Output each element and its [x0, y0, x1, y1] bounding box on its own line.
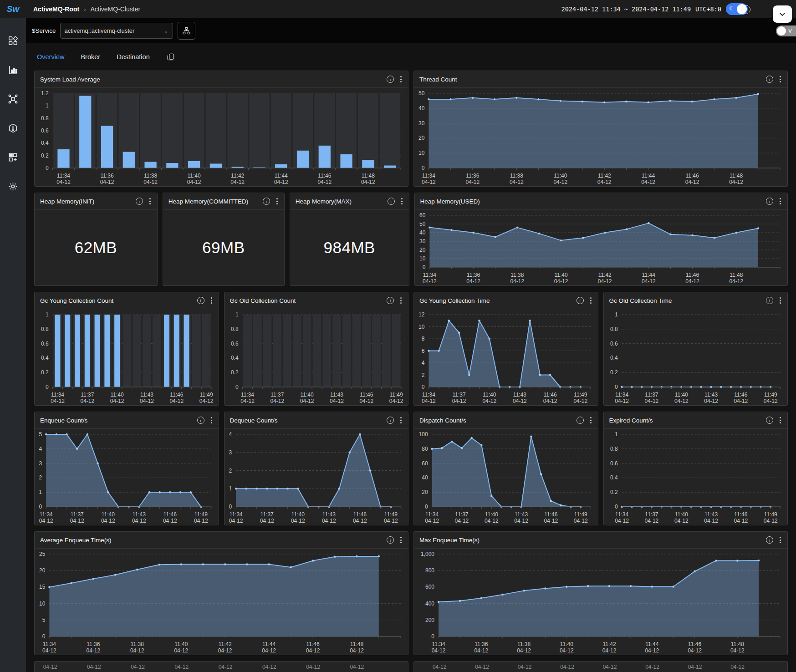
- gc-young-time-chart[interactable]: 02468101211:3404-1211:3704-1211:4004-121…: [414, 309, 598, 405]
- card-max-enqueue-time: Max Enqueue Time(s) i 02004006008001,000…: [413, 531, 788, 655]
- kebab-menu-icon[interactable]: [779, 536, 782, 544]
- avg-enqueue-time-chart[interactable]: 051015202511:3404-1211:3604-1211:3804-12…: [35, 549, 408, 655]
- gc-young-count-chart[interactable]: 00.20.40.60.8111:3404-1211:3704-1211:400…: [35, 309, 219, 405]
- copy-dashboard-icon[interactable]: [166, 52, 175, 61]
- svg-text:0: 0: [422, 264, 425, 270]
- bar-chart-icon[interactable]: [8, 65, 18, 77]
- svg-text:11:38: 11:38: [510, 272, 524, 278]
- topology-icon[interactable]: [8, 94, 18, 106]
- info-icon[interactable]: i: [766, 297, 773, 304]
- collapse-header-button[interactable]: [773, 5, 792, 23]
- card-title: Dequeue Count/s: [230, 417, 278, 424]
- hierarchy-button[interactable]: [178, 22, 195, 40]
- dispatch-chart[interactable]: 02040608010011:3404-1211:3704-1211:4004-…: [414, 429, 598, 525]
- kebab-menu-icon[interactable]: [210, 296, 213, 305]
- info-icon[interactable]: i: [766, 76, 773, 83]
- kebab-menu-icon[interactable]: [210, 416, 213, 424]
- kebab-menu-icon[interactable]: [399, 296, 403, 305]
- tab-broker[interactable]: Broker: [81, 53, 100, 61]
- card-dequeue: Dequeue Count/s i 0123411:3404-1211:3704…: [224, 412, 409, 525]
- breadcrumb-root[interactable]: ActiveMQ-Root: [33, 5, 79, 13]
- svg-text:0.2: 0.2: [41, 369, 49, 376]
- kebab-menu-icon[interactable]: [589, 416, 592, 424]
- svg-text:0.6: 0.6: [610, 460, 617, 467]
- chevron-down-icon: ⌄: [163, 28, 168, 34]
- info-icon[interactable]: i: [388, 198, 395, 205]
- settings-gear-icon[interactable]: [8, 181, 18, 193]
- kebab-menu-icon[interactable]: [779, 416, 782, 424]
- info-icon[interactable]: i: [766, 198, 773, 205]
- kebab-menu-icon[interactable]: [399, 416, 403, 424]
- time-range-picker[interactable]: 2024-04-12 11:34 ~ 2024-04-12 11:49: [561, 5, 691, 13]
- svg-text:1: 1: [46, 102, 49, 109]
- info-icon[interactable]: i: [766, 417, 773, 424]
- moon-icon: ☾: [729, 5, 735, 12]
- svg-text:200: 200: [425, 617, 434, 623]
- svg-text:04-12: 04-12: [174, 664, 189, 670]
- kebab-menu-icon[interactable]: [148, 197, 152, 205]
- kebab-menu-icon[interactable]: [399, 75, 403, 83]
- svg-text:0.8: 0.8: [41, 326, 49, 332]
- svg-text:11:42: 11:42: [598, 173, 611, 179]
- svg-text:11:36: 11:36: [466, 173, 479, 179]
- svg-text:04-12: 04-12: [270, 398, 284, 404]
- kebab-menu-icon[interactable]: [779, 296, 782, 305]
- svg-text:40: 40: [418, 105, 425, 112]
- view-toggle[interactable]: V: [776, 25, 796, 36]
- svg-text:4: 4: [422, 360, 425, 366]
- service-select[interactable]: activemq::activemq-cluster ⌄: [60, 23, 173, 39]
- expired-chart[interactable]: 00.20.40.60.8111:3404-1211:3704-1211:400…: [604, 429, 788, 525]
- svg-text:11:49: 11:49: [764, 511, 777, 518]
- info-icon[interactable]: i: [197, 297, 204, 304]
- tab-overview[interactable]: Overview: [37, 53, 64, 61]
- clipped-axis-labels: 04-1204-1204-1204-1204-1204-1204-1204-12: [35, 662, 408, 672]
- info-icon[interactable]: i: [766, 536, 773, 544]
- kebab-menu-icon[interactable]: [589, 296, 592, 305]
- info-icon[interactable]: i: [577, 417, 584, 424]
- svg-text:0: 0: [46, 384, 49, 390]
- info-icon[interactable]: i: [577, 297, 584, 304]
- svg-text:0: 0: [235, 384, 238, 390]
- svg-text:11:38: 11:38: [131, 641, 144, 647]
- system-load-chart[interactable]: 00.20.40.60.811.211:3404-1211:3604-1211:…: [35, 88, 408, 186]
- enqueue-chart[interactable]: 01234511:3404-1211:3704-1211:4004-1211:4…: [35, 429, 219, 525]
- kebab-menu-icon[interactable]: [779, 75, 782, 83]
- svg-text:0.4: 0.4: [41, 355, 49, 361]
- info-icon[interactable]: i: [197, 417, 204, 424]
- thread-count-chart[interactable]: 0102030405011:3404-1211:3604-1211:3804-1…: [414, 88, 787, 186]
- svg-text:0: 0: [39, 504, 42, 510]
- svg-text:11:34: 11:34: [229, 511, 242, 518]
- info-icon[interactable]: i: [387, 417, 394, 424]
- marketplace-icon[interactable]: [8, 36, 18, 48]
- gc-old-time-chart[interactable]: 00.20.40.60.8111:3404-1211:3704-1211:400…: [604, 309, 788, 405]
- gc-old-count-chart[interactable]: 00.20.40.60.8111:3404-1211:3704-1211:400…: [225, 309, 408, 405]
- kebab-menu-icon[interactable]: [400, 197, 403, 205]
- svg-text:11:44: 11:44: [262, 641, 276, 647]
- max-enqueue-time-chart[interactable]: 02004006008001,00011:3404-1211:3604-1211…: [414, 549, 787, 655]
- tab-destination[interactable]: Destination: [117, 53, 150, 61]
- svg-text:11:34: 11:34: [40, 511, 53, 518]
- info-icon[interactable]: i: [387, 536, 394, 544]
- info-icon[interactable]: i: [387, 297, 394, 304]
- info-icon[interactable]: i: [136, 198, 143, 205]
- kebab-menu-icon[interactable]: [276, 197, 279, 205]
- card-heap-committed: Heap Memory(COMMITTED) i 69MB: [163, 193, 285, 286]
- svg-text:04-12: 04-12: [143, 179, 158, 185]
- info-icon[interactable]: i: [263, 198, 270, 205]
- header-info-icon[interactable]: i: [741, 5, 750, 14]
- svg-text:600: 600: [425, 584, 434, 590]
- kebab-menu-icon[interactable]: [779, 197, 782, 205]
- kebab-menu-icon[interactable]: [399, 536, 403, 544]
- alerting-icon[interactable]: [8, 123, 18, 135]
- svg-text:04-12: 04-12: [597, 278, 612, 285]
- svg-text:04-12: 04-12: [734, 518, 748, 524]
- svg-text:11:34: 11:34: [422, 392, 435, 398]
- dashboards-icon[interactable]: [8, 152, 18, 164]
- svg-text:50: 50: [418, 90, 425, 97]
- card-title: Average Enqueue Time(s): [40, 537, 112, 544]
- dequeue-chart[interactable]: 0123411:3404-1211:3704-1211:4004-1211:43…: [225, 429, 408, 525]
- heap-used-chart[interactable]: 010203040506011:3404-1211:3604-1211:3804…: [415, 210, 787, 285]
- svg-text:11:40: 11:40: [111, 392, 124, 398]
- svg-text:11:43: 11:43: [704, 392, 718, 398]
- info-icon[interactable]: i: [387, 76, 394, 83]
